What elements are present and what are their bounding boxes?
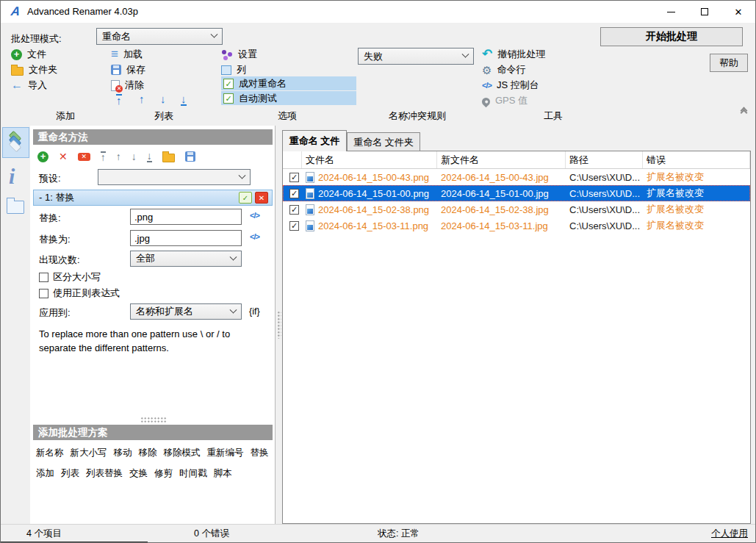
load-list-button[interactable]: ≡ 加载 (111, 48, 143, 61)
occurrence-select[interactable]: 全部 (130, 251, 242, 267)
method-enabled-checkbox[interactable]: ✓ (239, 192, 252, 204)
command-line-label: 命令行 (497, 63, 525, 76)
methods-toolbar: + ✕ ✕ ↑ ↑ ↓ ↓ (37, 149, 195, 164)
row-checkbox[interactable]: ✓ (289, 205, 299, 215)
settings-button[interactable]: 设置 (221, 48, 257, 61)
clear-methods-button[interactable]: ✕ (78, 153, 90, 161)
cell-error: 扩展名被改变 (643, 201, 750, 217)
move-to-top-button[interactable]: ↑ (116, 94, 122, 106)
row-checkbox[interactable]: ✓ (289, 189, 299, 198)
mode-methods-button[interactable] (2, 127, 29, 158)
undo-icon: ↶ (482, 49, 492, 60)
columns-label: 列 (237, 63, 246, 76)
method-link-list-replace[interactable]: 列表替换 (86, 467, 123, 480)
method-link-remove[interactable]: 移除 (139, 447, 157, 459)
vertical-splitter[interactable] (275, 126, 282, 524)
method-down-button[interactable]: ↓ (132, 152, 137, 162)
method-link-renumber[interactable]: 重新编号 (207, 447, 244, 459)
checkbox-unchecked-icon (39, 273, 48, 282)
command-line-button[interactable]: ⚙ 命令行 (482, 63, 525, 76)
minimize-button[interactable] (654, 1, 688, 23)
app-logo-icon: A (7, 4, 24, 19)
add-method-links-row2: 添加 列表 列表替换 交换 修剪 时间戳 脚本 (36, 467, 232, 480)
auto-test-toggle[interactable]: ✓ 自动测试 (221, 91, 356, 105)
method-link-remove-pattern[interactable]: 移除模式 (164, 447, 201, 459)
method-link-trim[interactable]: 修剪 (154, 467, 173, 480)
method-link-new-case[interactable]: 新大小写 (71, 447, 107, 459)
help-button[interactable]: 帮助 (710, 54, 748, 72)
table-row[interactable]: ✓ 2024-06-14_15-02-38.png 2024-06-14_15-… (283, 201, 750, 217)
method-to-top-button[interactable]: ↑ (101, 151, 106, 162)
method-link-swap[interactable]: 交换 (129, 467, 148, 480)
method-link-move[interactable]: 移动 (114, 447, 132, 459)
tab-rename-folders[interactable]: 重命名 文件夹 (347, 132, 420, 151)
move-to-bottom-button[interactable]: ↓ (181, 94, 187, 106)
method-link-list[interactable]: 列表 (61, 467, 79, 480)
undo-batch-button[interactable]: ↶ 撤销批处理 (482, 48, 545, 61)
method-link-script[interactable]: 脚本 (214, 467, 232, 480)
method-delete-button[interactable]: ✕ (255, 192, 268, 204)
header-path[interactable]: 路径 (566, 151, 643, 168)
pair-rename-toggle[interactable]: ✓ 成对重命名 (221, 76, 356, 90)
cell-filename: 2024-06-14_15-03-11.png (318, 220, 428, 231)
regex-checkbox[interactable]: 使用正则表达式 (39, 287, 120, 300)
replace-input[interactable] (130, 209, 242, 225)
preset-select[interactable] (98, 169, 251, 185)
section-label-collision: 名称冲突规则 (389, 109, 446, 123)
table-row[interactable]: ✓ 2024-06-14_15-00-43.png 2024-06-14_15-… (283, 169, 750, 185)
mode-folder-button folder-outline-icon[interactable] (7, 201, 24, 214)
gear-icon: ⚙ (482, 65, 492, 76)
cell-new-filename: 2024-06-14_15-02-38.jpg (437, 201, 566, 217)
collapse-toolbar-button[interactable] (741, 108, 746, 115)
js-console-button[interactable]: </> JS 控制台 (482, 79, 539, 92)
apply-to-select[interactable]: 名称和扩展名 (130, 303, 242, 320)
add-method-button[interactable]: + (37, 151, 48, 162)
method-link-replace[interactable]: 替换 (251, 447, 269, 459)
batch-mode-select[interactable]: 重命名 (96, 28, 223, 45)
row-checkbox[interactable]: ✓ (289, 221, 299, 231)
add-files-button[interactable]: + 文件 (11, 48, 46, 61)
save-preset-icon[interactable] (185, 151, 195, 162)
clear-list-button[interactable]: ✕ 清除 (111, 79, 144, 92)
horizontal-splitter-handle[interactable] (140, 417, 167, 422)
columns-button[interactable]: 列 (221, 63, 246, 76)
move-up-button[interactable]: ↑ (139, 94, 145, 104)
move-down-button[interactable]: ↓ (160, 94, 166, 104)
row-checkbox[interactable]: ✓ (289, 173, 299, 182)
vertical-splitter-handle[interactable] (277, 311, 281, 339)
tab-rename-files[interactable]: 重命名 文件 (282, 130, 347, 151)
case-sensitive-checkbox[interactable]: 区分大小写 (39, 270, 101, 284)
close-button[interactable]: ✕ (721, 1, 755, 23)
start-batch-button[interactable]: 开始批处理 (600, 27, 743, 46)
replace-with-tags-button code-icon[interactable]: </> (250, 232, 259, 241)
header-new-filename[interactable]: 新文件名 (437, 151, 566, 168)
add-method-links-row1: 新名称 新大小写 移动 移除 移除模式 重新编号 替换 (36, 447, 269, 459)
import-button[interactable]: ← 导入 (11, 79, 47, 92)
add-folder-button[interactable]: 文件夹 (11, 63, 57, 76)
license-link[interactable]: 个人使用 (711, 528, 748, 540)
chevron-down-icon (230, 306, 237, 313)
remove-method-button[interactable]: ✕ (59, 151, 68, 162)
mode-info-button info-icon[interactable]: i (9, 164, 15, 189)
collision-rule-select[interactable]: 失败 (358, 48, 474, 65)
occurrence-value: 全部 (136, 252, 155, 265)
method-1-header[interactable]: - 1: 替换 ✓ ✕ (33, 190, 273, 206)
import-arrow-icon: ← (11, 80, 23, 90)
method-to-bottom-button[interactable]: ↓ (147, 151, 152, 162)
method-link-timestamp[interactable]: 时间戳 (179, 467, 207, 480)
maximize-button[interactable] (688, 1, 721, 23)
table-row-selected[interactable]: ✓ 2024-06-14_15-01-00.png 2024-06-14_15-… (283, 185, 750, 201)
maximize-icon (701, 8, 708, 15)
save-list-button[interactable]: 保存 (111, 63, 145, 76)
header-error[interactable]: 错误 (643, 151, 750, 168)
method-link-add[interactable]: 添加 (36, 467, 54, 480)
header-filename[interactable]: 文件名 (302, 151, 437, 168)
replace-with-input[interactable] (130, 230, 242, 246)
method-up-button[interactable]: ↑ (116, 152, 121, 162)
if-tag-button[interactable]: {if} (249, 306, 260, 317)
method-link-new-name[interactable]: 新名称 (36, 447, 64, 459)
import-label: 导入 (28, 79, 47, 92)
replace-tags-button code-icon[interactable]: </> (250, 211, 259, 220)
table-row[interactable]: ✓ 2024-06-14_15-03-11.png 2024-06-14_15-… (283, 217, 750, 234)
open-preset-icon[interactable] (162, 154, 175, 162)
